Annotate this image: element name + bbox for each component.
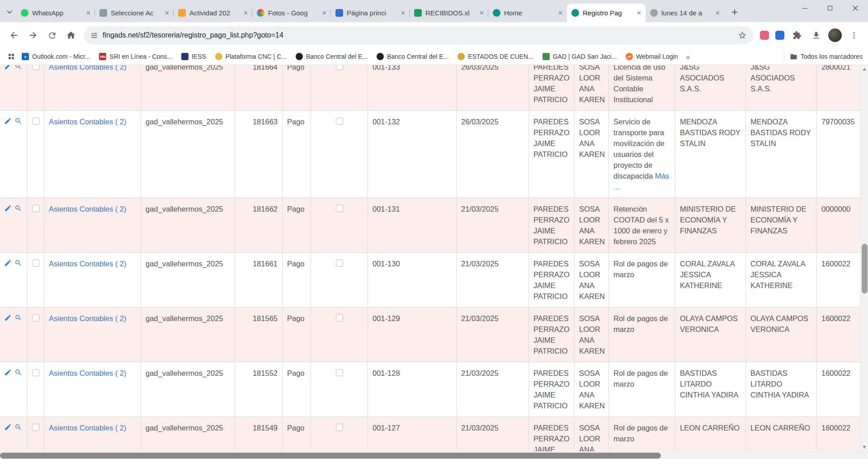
horizontal-scrollbar[interactable] [0, 451, 868, 459]
browser-tab[interactable]: Actividad 202 [174, 4, 252, 22]
home-button[interactable] [61, 26, 80, 45]
view-magnifier-icon[interactable] [14, 423, 22, 431]
browser-tab[interactable]: lunes 14 de a [646, 4, 724, 22]
asientos-contables-link[interactable]: Asientos Contables ( 2) [49, 205, 127, 213]
browser-tab[interactable]: Home [488, 4, 567, 22]
flag-checkbox[interactable] [336, 314, 343, 322]
download-icon [811, 31, 821, 40]
bookmark-item[interactable]: o Outlook.com - Micr... [22, 53, 90, 60]
edit-pencil-icon[interactable] [4, 314, 12, 322]
fecha-cell: 21/03/2025 [457, 362, 529, 416]
edit-pencil-icon[interactable] [4, 117, 12, 125]
extension-icon-pink[interactable] [757, 28, 772, 43]
asientos-contables-link[interactable]: Asientos Contables ( 2) [49, 424, 127, 432]
bookmark-item[interactable]: Plataforma CNC | C... [215, 53, 287, 60]
tab-search-button[interactable] [3, 5, 16, 20]
view-magnifier-icon[interactable] [14, 369, 22, 376]
site-info-icon[interactable] [90, 32, 98, 39]
asientos-contables-link[interactable]: Asientos Contables ( 2) [49, 369, 127, 377]
flag-checkbox[interactable] [336, 369, 343, 376]
bookmark-item[interactable]: Banco Central del E... [296, 53, 368, 60]
edit-pencil-icon[interactable] [4, 369, 12, 376]
tab-close-icon[interactable] [399, 9, 406, 17]
all-bookmarks-button[interactable]: Todos los marcadores [790, 53, 863, 61]
edit-pencil-icon[interactable] [4, 259, 12, 267]
bookmark-item[interactable]: cP Webmail Login [626, 53, 678, 60]
extensions-button[interactable] [788, 26, 807, 45]
bookmark-item[interactable]: GAD | GAD San Jaci... [542, 53, 617, 60]
view-magnifier-icon[interactable] [14, 259, 22, 267]
view-magnifier-icon[interactable] [14, 204, 22, 212]
maximize-button[interactable] [817, 0, 843, 16]
row-checkbox[interactable] [32, 260, 39, 267]
back-button[interactable] [5, 26, 24, 45]
edit-pencil-icon[interactable] [4, 204, 12, 212]
forward-button[interactable] [24, 26, 42, 45]
edit-pencil-icon[interactable] [4, 65, 12, 70]
row-checkbox[interactable] [32, 205, 39, 212]
vertical-scrollbar-thumb[interactable] [862, 244, 868, 293]
asientos-contables-link[interactable]: Asientos Contables ( 2) [49, 314, 127, 322]
browser-tab[interactable]: WhatsApp [16, 4, 95, 22]
view-magnifier-icon[interactable] [14, 314, 22, 322]
flag-checkbox[interactable] [336, 205, 343, 212]
bookmark-item[interactable]: SRI SRI en Línea - Cons... [99, 53, 172, 60]
puzzle-icon [793, 31, 802, 40]
profile-avatar[interactable] [828, 28, 842, 42]
asientos-contables-link[interactable]: Asientos Contables ( 2) [49, 260, 127, 268]
tab-favicon-icon [335, 9, 343, 17]
close-window-button[interactable] [843, 0, 868, 16]
bookmark-label: Webmail Login [636, 53, 678, 60]
flag-checkbox[interactable] [336, 65, 343, 70]
menu-kebab-button[interactable] [844, 26, 863, 45]
vertical-scrollbar[interactable] [860, 65, 868, 451]
forward-icon [28, 30, 38, 40]
view-magnifier-icon[interactable] [14, 65, 22, 70]
responsable-cell: PAREDES PERRAZO JAIME PATRICIO [529, 198, 575, 252]
bookmark-star-icon[interactable] [738, 31, 747, 40]
bookmark-item[interactable]: Banco Central del E... [377, 53, 448, 60]
tab-close-icon[interactable] [85, 9, 92, 17]
bookmarks-overflow-chevron[interactable]: » [686, 53, 689, 61]
tab-close-icon[interactable] [635, 9, 642, 17]
bookmark-item[interactable]: IESS [181, 53, 206, 60]
view-magnifier-icon[interactable] [14, 117, 22, 125]
browser-tab[interactable]: Seleccione Ac [95, 4, 174, 22]
horizontal-scrollbar-thumb[interactable] [0, 453, 661, 459]
browser-tab[interactable]: Página princi [331, 4, 410, 22]
row-checkbox[interactable] [32, 65, 39, 70]
tab-close-icon[interactable] [321, 9, 328, 17]
browser-tab[interactable]: RECIBIDOS.xl [410, 4, 488, 22]
tab-close-icon[interactable] [242, 9, 249, 17]
row-checkbox[interactable] [32, 314, 39, 322]
reload-button[interactable] [42, 26, 61, 45]
tab-close-icon[interactable] [557, 9, 564, 17]
flag-checkbox[interactable] [336, 424, 343, 431]
scroll-up-arrow-icon[interactable] [863, 68, 866, 71]
asientos-contables-link[interactable]: Asientos Contables ( 2) [49, 118, 127, 126]
tab-close-icon[interactable] [714, 9, 721, 17]
bookmark-item[interactable]: ESTADOS DE CUEN... [458, 53, 533, 60]
minimize-button[interactable] [792, 0, 817, 16]
flag-checkbox[interactable] [336, 260, 343, 267]
browser-toolbar: fingads.net/sf2/tesoreria/registro_pago_… [0, 22, 868, 48]
browser-tab[interactable]: Registro Pag [567, 4, 646, 22]
tab-close-icon[interactable] [478, 9, 485, 17]
row-checkbox[interactable] [32, 118, 39, 125]
browser-tab[interactable]: Fotos - Goog [252, 4, 331, 22]
kebab-icon [850, 31, 858, 39]
flag-checkbox[interactable] [336, 118, 343, 125]
translate-extension-icon[interactable] [772, 28, 788, 43]
descripcion-text: Rol de pagos de marzo [613, 369, 668, 388]
row-checkbox[interactable] [32, 424, 39, 431]
downloads-button[interactable] [807, 26, 826, 45]
omnibox[interactable]: fingads.net/sf2/tesoreria/registro_pago_… [84, 26, 753, 44]
asientos-contables-link[interactable]: Asientos Contables ( 2) [49, 65, 127, 71]
tab-close-icon[interactable] [163, 9, 170, 17]
scroll-down-arrow-icon[interactable] [863, 446, 866, 449]
apps-grid-icon[interactable] [5, 51, 17, 62]
url-text[interactable]: fingads.net/sf2/tesoreria/registro_pago_… [103, 31, 734, 39]
edit-pencil-icon[interactable] [4, 423, 12, 431]
row-checkbox[interactable] [32, 369, 39, 376]
new-tab-button[interactable] [728, 5, 741, 19]
